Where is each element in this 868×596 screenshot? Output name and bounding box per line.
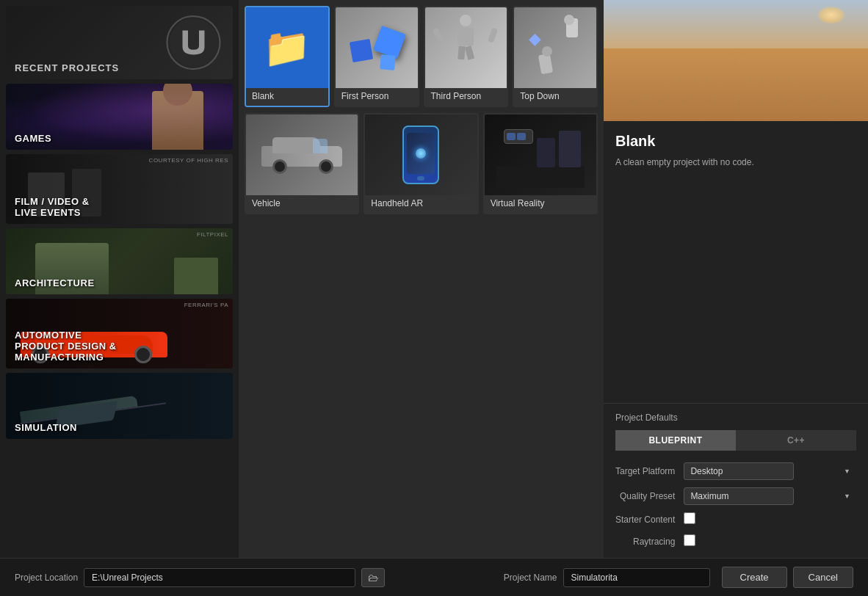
svg-line-14 xyxy=(736,48,802,121)
project-title: Blank xyxy=(615,133,856,150)
template-card-vr-preview xyxy=(485,115,596,195)
project-name-input[interactable] xyxy=(563,568,710,587)
action-buttons: Create Cancel xyxy=(722,567,854,588)
blueprint-button[interactable]: BLUEPRINT xyxy=(615,430,736,451)
template-card-fp-preview xyxy=(336,7,418,88)
sidebar-item-label-auto: AUTOMOTIVE PRODUCT DESIGN & MANUFACTURIN… xyxy=(15,330,117,363)
left-sidebar: RECENT PROJECTS GAMES xyxy=(0,0,239,558)
project-description: A clean empty project with no code. xyxy=(615,156,856,169)
sidebar-item-simulation[interactable]: SIMULATION xyxy=(6,373,233,439)
svg-line-10 xyxy=(670,48,736,121)
template-card-ar-preview xyxy=(365,115,477,195)
auto-courtesy: FERRARI'S PA xyxy=(184,302,228,308)
template-grid-bottom: Vehicle H xyxy=(245,113,598,214)
create-button[interactable]: Create xyxy=(722,567,787,588)
quality-preset-select[interactable]: Maximum Scalable Custom xyxy=(684,487,794,505)
svg-line-16 xyxy=(736,48,868,121)
project-name-label: Project Name xyxy=(504,573,557,583)
svg-line-11 xyxy=(703,48,736,121)
template-card-blank[interactable]: 📁 Blank xyxy=(245,6,330,107)
raytracing-control[interactable] xyxy=(684,534,856,549)
template-card-ar-label: Handheld AR xyxy=(365,195,477,213)
sidebar-item-label-games: GAMES xyxy=(15,133,51,144)
template-card-first-person[interactable]: First Person xyxy=(334,6,419,107)
film-courtesy: COURTESY OF HIGH RES xyxy=(149,157,228,164)
project-defaults-label: Project Defaults xyxy=(615,413,856,423)
template-card-virtual-reality[interactable]: Virtual Reality xyxy=(483,113,598,214)
code-toggle: BLUEPRINT C++ xyxy=(615,430,856,451)
sidebar-item-label-film: FILM / VIDEO & LIVE EVENTS xyxy=(15,196,90,218)
bottom-bar: Project Location 🗁 Project Name Create C… xyxy=(0,558,868,596)
svg-line-9 xyxy=(637,48,736,121)
project-info: Blank A clean empty project with no code… xyxy=(604,121,868,403)
template-card-top-down[interactable]: ◆ Top Down xyxy=(513,6,598,107)
settings-grid: Target Platform Desktop Mobile Quality P… xyxy=(615,462,856,549)
target-platform-select[interactable]: Desktop Mobile xyxy=(684,462,794,480)
project-location-label: Project Location xyxy=(15,573,78,583)
template-card-td-label: Top Down xyxy=(514,88,596,106)
template-card-blank-preview: 📁 xyxy=(246,7,328,88)
target-platform-control[interactable]: Desktop Mobile xyxy=(684,462,856,480)
arch-courtesy: FILTPIXEL xyxy=(197,231,228,238)
svg-line-8 xyxy=(604,48,736,121)
template-grid-top: 📁 Blank First Person xyxy=(245,6,598,107)
sidebar-item-label-recent: RECENT PROJECTS xyxy=(15,62,119,73)
template-card-third-person[interactable]: Third Person xyxy=(424,6,509,107)
template-card-vr-label: Virtual Reality xyxy=(485,195,596,213)
template-card-handheld-ar[interactable]: Handheld AR xyxy=(364,113,478,214)
preview-image xyxy=(604,0,868,121)
sidebar-item-film[interactable]: COURTESY OF HIGH RES FILM / VIDEO & LIVE… xyxy=(6,154,233,224)
project-name-group: Project Name xyxy=(504,568,710,587)
quality-preset-control[interactable]: Maximum Scalable Custom xyxy=(684,487,856,505)
main-container: RECENT PROJECTS GAMES xyxy=(0,0,868,596)
quality-preset-label: Quality Preset xyxy=(615,491,675,501)
template-card-tp-preview xyxy=(425,7,507,88)
cpp-button[interactable]: C++ xyxy=(736,430,856,451)
starter-content-control[interactable] xyxy=(684,512,856,527)
sun-glow xyxy=(817,6,846,24)
template-card-tp-label: Third Person xyxy=(425,88,507,106)
target-platform-label: Target Platform xyxy=(615,466,675,476)
ue-logo xyxy=(166,15,221,70)
sidebar-item-recent-projects[interactable]: RECENT PROJECTS xyxy=(6,6,233,79)
folder-icon: 📁 xyxy=(263,26,311,70)
sidebar-item-label-sim: SIMULATION xyxy=(15,422,77,433)
desert-grid xyxy=(604,48,868,121)
sidebar-item-architecture[interactable]: FILTPIXEL ARCHITECTURE xyxy=(6,228,233,294)
svg-line-13 xyxy=(736,48,769,121)
raytracing-checkbox[interactable] xyxy=(684,534,695,546)
project-location-input[interactable] xyxy=(84,568,355,587)
raytracing-label: Raytracing xyxy=(615,537,675,547)
top-area: RECENT PROJECTS GAMES xyxy=(0,0,868,558)
template-card-vehicle-label: Vehicle xyxy=(246,195,358,213)
svg-line-15 xyxy=(736,48,835,121)
project-defaults-panel: Project Defaults BLUEPRINT C++ Target Pl… xyxy=(604,403,868,558)
sidebar-item-games[interactable]: GAMES xyxy=(6,84,233,150)
template-card-vehicle-preview xyxy=(246,115,358,195)
sidebar-item-automotive[interactable]: FERRARI'S PA AUTOMOTIVE PRODUCT DESIGN &… xyxy=(6,299,233,368)
starter-content-checkbox[interactable] xyxy=(684,512,695,524)
cancel-button[interactable]: Cancel xyxy=(793,567,853,588)
browse-folder-button[interactable]: 🗁 xyxy=(361,568,385,587)
middle-content: 📁 Blank First Person xyxy=(239,0,604,558)
template-card-fp-label: First Person xyxy=(336,88,418,106)
template-card-vehicle[interactable]: Vehicle xyxy=(245,113,359,214)
svg-point-1 xyxy=(170,18,218,67)
template-card-td-preview: ◆ xyxy=(514,7,596,88)
project-location-group: Project Location 🗁 xyxy=(15,568,385,587)
template-card-blank-label: Blank xyxy=(246,88,328,106)
starter-content-label: Starter Content xyxy=(615,515,675,525)
right-panel: Blank A clean empty project with no code… xyxy=(604,0,868,558)
sidebar-item-label-arch: ARCHITECTURE xyxy=(15,277,95,288)
